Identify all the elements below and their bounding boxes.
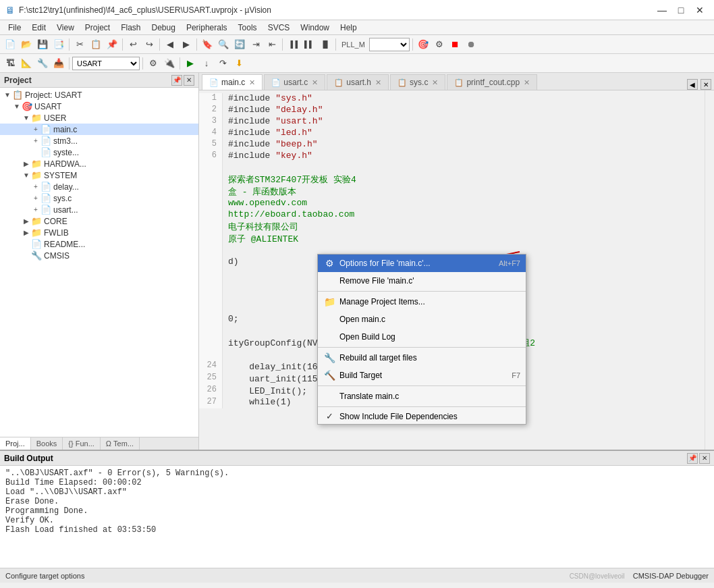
download-btn[interactable]: ⬇ — [231, 56, 246, 71]
outdent-btn[interactable]: ⇤ — [265, 37, 279, 52]
ctx-open-main[interactable]: Open main.c — [318, 311, 526, 328]
menu-file[interactable]: File — [3, 22, 26, 34]
panel-pin-btn[interactable]: 📌 — [171, 75, 182, 86]
stop-btn[interactable]: ⏹ — [448, 37, 463, 52]
tab-printf[interactable]: 📋 printf_cout.cpp ✕ — [447, 74, 537, 90]
find-btn[interactable]: 🔍 — [216, 37, 231, 52]
tab-prev-btn[interactable]: ◀ — [687, 79, 698, 90]
tree-item-syste[interactable]: 📄 syste... — [0, 146, 198, 158]
tree-item-project-root[interactable]: ▼ 📋 Project: USART — [0, 89, 198, 101]
fwd-btn[interactable]: ▶ — [179, 37, 194, 52]
build-btn[interactable]: 🏗 — [3, 56, 18, 71]
toggle-sys-c[interactable]: + — [31, 194, 40, 202]
menu-debug[interactable]: Debug — [146, 22, 181, 34]
printf-tab-close[interactable]: ✕ — [524, 78, 530, 87]
load-btn[interactable]: 📥 — [51, 56, 66, 71]
toggle-user[interactable]: ▼ — [22, 114, 31, 122]
build-output-pin-btn[interactable]: 📌 — [687, 453, 698, 464]
tree-item-hardwa[interactable]: ▶ 📁 HARDWA... — [0, 158, 198, 169]
stepover-btn[interactable]: ↷ — [215, 56, 230, 71]
proj-tab-books[interactable]: Books — [31, 437, 63, 450]
usart-c-tab-close[interactable]: ✕ — [312, 78, 318, 87]
paste-btn[interactable]: 📌 — [105, 37, 119, 52]
tree-item-stm3[interactable]: + 📄 stm3... — [0, 135, 198, 146]
tree-item-cmsis[interactable]: 🔧 CMSIS — [0, 250, 198, 261]
tree-item-delay[interactable]: + 📄 delay... — [0, 181, 198, 192]
indent-btn[interactable]: ⇥ — [248, 37, 263, 52]
run2-btn[interactable]: ▶ — [183, 56, 198, 71]
col-btn1[interactable]: ▐▐ — [285, 37, 300, 52]
proj-tab-proj[interactable]: Proj... — [0, 437, 31, 450]
compile-btn[interactable]: 📐 — [19, 56, 34, 71]
toggle-stm3[interactable]: + — [31, 137, 40, 144]
menu-peripherals[interactable]: Peripherals — [181, 22, 233, 34]
menu-svcs[interactable]: SVCS — [263, 22, 296, 34]
proj-tab-tem[interactable]: Ω Tem... — [101, 437, 140, 450]
tab-usart-c[interactable]: 📄 usart.c ✕ — [264, 74, 325, 90]
col-btn2[interactable]: ▌▌ — [302, 37, 317, 52]
close-button[interactable]: ✕ — [691, 3, 709, 17]
tree-item-readme[interactable]: 📄 README... — [0, 238, 198, 250]
target-select[interactable]: USART — [72, 57, 140, 70]
tree-item-usart-file[interactable]: + 📄 usart... — [0, 204, 198, 215]
menu-project[interactable]: Project — [80, 22, 115, 34]
tree-item-main-c[interactable]: + 📄 main.c — [0, 124, 198, 135]
ctx-manage-items[interactable]: 📁 Manage Project Items... — [318, 293, 526, 311]
menu-tools[interactable]: Tools — [233, 22, 263, 34]
run-btn[interactable]: ⏺ — [464, 37, 479, 52]
tree-item-sys-c[interactable]: + 📄 sys.c — [0, 192, 198, 204]
ctx-show-include[interactable]: ✓ Show Include File Dependencies — [318, 408, 526, 424]
save-btn[interactable]: 💾 — [35, 37, 50, 52]
replace-btn[interactable]: 🔄 — [232, 37, 247, 52]
proj-tab-fun[interactable]: {} Fun... — [63, 437, 101, 450]
tab-next-btn[interactable]: ✕ — [701, 79, 711, 90]
ctx-rebuild-all[interactable]: 🔧 Rebuild all target files — [318, 349, 526, 367]
tab-usart-h[interactable]: 📋 usart.h ✕ — [327, 74, 389, 90]
menu-window[interactable]: Window — [295, 22, 335, 34]
toggle-system[interactable]: ▼ — [22, 171, 31, 179]
tree-item-fwlib[interactable]: ▶ 📁 FWLIB — [0, 227, 198, 238]
menu-edit[interactable]: Edit — [26, 22, 51, 34]
menu-flash[interactable]: Flash — [115, 22, 146, 34]
editor-scrollbar[interactable] — [705, 90, 714, 450]
open-file-btn[interactable]: 📂 — [19, 37, 34, 52]
tree-item-usart-root[interactable]: ▼ 🎯 USART — [0, 101, 198, 112]
config-btn[interactable]: ⚙ — [146, 56, 161, 71]
sys-c-tab-close[interactable]: ✕ — [432, 78, 438, 87]
menu-view[interactable]: View — [51, 22, 80, 34]
menu-help[interactable]: Help — [335, 22, 362, 34]
dbg-btn1[interactable]: 🎯 — [416, 37, 431, 52]
ctx-translate[interactable]: Translate main.c — [318, 387, 526, 405]
tree-item-system[interactable]: ▼ 📁 SYSTEM — [0, 169, 198, 181]
cut-btn[interactable]: ✂ — [72, 37, 87, 52]
new-file-btn[interactable]: 📄 — [3, 37, 18, 52]
col-btn3[interactable]: ▐▌ — [318, 37, 333, 52]
toggle-hardwa[interactable]: ▶ — [22, 160, 31, 167]
toggle-project[interactable]: ▼ — [3, 91, 12, 99]
tab-main-c[interactable]: 📄 main.c ✕ — [202, 74, 263, 90]
ctx-options-for-file[interactable]: ⚙ Options for File 'main.c'... Alt+F7 — [318, 255, 526, 272]
tree-item-core[interactable]: ▶ 📁 CORE — [0, 215, 198, 227]
toggle-delay[interactable]: + — [31, 183, 40, 190]
ctx-build-target[interactable]: 🔨 Build Target F7 — [318, 367, 526, 384]
step-btn[interactable]: ↓ — [199, 56, 214, 71]
save-all-btn[interactable]: 📑 — [51, 37, 66, 52]
dbg-btn2[interactable]: ⚙ — [432, 37, 447, 52]
main-c-tab-close[interactable]: ✕ — [249, 78, 255, 87]
minimize-button[interactable]: — — [653, 3, 671, 17]
build-output-close-btn[interactable]: ✕ — [699, 453, 710, 464]
ctx-remove-file[interactable]: Remove File 'main.c' — [318, 272, 526, 290]
pll-select[interactable] — [369, 38, 410, 51]
copy-btn[interactable]: 📋 — [88, 37, 103, 52]
back-btn[interactable]: ◀ — [163, 37, 177, 52]
panel-close-btn[interactable]: ✕ — [184, 75, 194, 86]
usart-h-tab-close[interactable]: ✕ — [375, 78, 381, 87]
options-btn[interactable]: 🔧 — [35, 56, 50, 71]
maximize-button[interactable]: □ — [672, 3, 690, 17]
toggle-fwlib[interactable]: ▶ — [22, 229, 31, 236]
redo-btn[interactable]: ↪ — [142, 37, 157, 52]
wiz-btn[interactable]: 🔌 — [162, 56, 177, 71]
toggle-usart-file[interactable]: + — [31, 206, 40, 213]
undo-btn[interactable]: ↩ — [126, 37, 140, 52]
ctx-open-build-log[interactable]: Open Build Log — [318, 328, 526, 346]
